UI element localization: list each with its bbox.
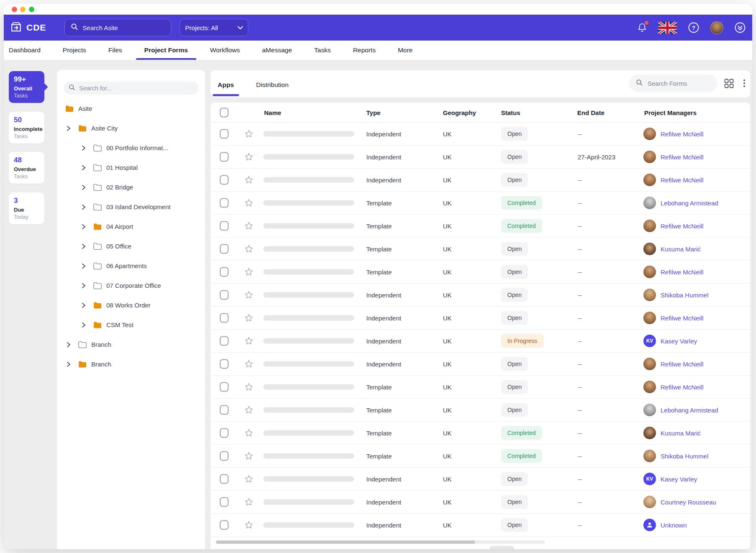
language-flag-button[interactable] bbox=[658, 22, 677, 34]
star-icon[interactable] bbox=[244, 497, 254, 507]
star-icon[interactable] bbox=[244, 221, 254, 231]
horizontal-scrollbar-track[interactable] bbox=[216, 540, 545, 544]
row-checkbox[interactable] bbox=[220, 313, 229, 323]
manager-link[interactable]: Unknown bbox=[661, 522, 687, 529]
row-checkbox[interactable] bbox=[220, 497, 229, 507]
tree-item-01-hospital[interactable]: 01 Hospital bbox=[57, 158, 205, 177]
tree-item-08-works-order[interactable]: 08 Works Order bbox=[57, 295, 205, 315]
manager-link[interactable]: Shikoba Hummel bbox=[661, 453, 708, 460]
tree-item-asite-city[interactable]: Asite City bbox=[57, 118, 205, 138]
grid-view-button[interactable] bbox=[724, 79, 734, 90]
star-icon[interactable] bbox=[244, 313, 254, 323]
nav-item-projects[interactable]: Projects bbox=[63, 41, 86, 60]
row-checkbox[interactable] bbox=[220, 382, 229, 392]
close-window-button[interactable] bbox=[12, 7, 17, 12]
chevron-right-icon[interactable] bbox=[81, 263, 87, 269]
chevron-right-icon[interactable] bbox=[81, 224, 87, 230]
star-icon[interactable] bbox=[244, 382, 254, 392]
minimize-window-button[interactable] bbox=[20, 7, 26, 12]
star-icon[interactable] bbox=[244, 175, 254, 185]
star-icon[interactable] bbox=[244, 244, 254, 254]
select-all-checkbox[interactable] bbox=[220, 108, 229, 117]
projects-filter-dropdown[interactable]: Projects: All bbox=[180, 19, 248, 36]
tree-item-csm-test[interactable]: CSM Test bbox=[57, 315, 205, 335]
chevron-right-icon[interactable] bbox=[81, 145, 87, 151]
row-checkbox[interactable] bbox=[220, 198, 229, 208]
row-checkbox[interactable] bbox=[220, 405, 229, 415]
tab-apps[interactable]: Apps bbox=[218, 81, 234, 97]
manager-link[interactable]: Refilwe McNeill bbox=[661, 131, 704, 138]
chevron-right-icon[interactable] bbox=[66, 342, 72, 348]
task-card-overall[interactable]: 99+OverallTasks bbox=[9, 71, 44, 103]
chevron-right-icon[interactable] bbox=[66, 361, 72, 367]
chevron-right-icon[interactable] bbox=[81, 184, 87, 190]
tree-search-input[interactable] bbox=[79, 85, 193, 92]
tree-item-05-office[interactable]: 05 Office bbox=[57, 236, 205, 256]
manager-link[interactable]: Kusuma Marić bbox=[661, 246, 701, 253]
user-avatar[interactable] bbox=[710, 21, 723, 34]
row-checkbox[interactable] bbox=[220, 474, 229, 484]
global-search-input[interactable] bbox=[82, 24, 165, 31]
chevron-right-icon[interactable] bbox=[66, 125, 72, 131]
row-checkbox[interactable] bbox=[220, 520, 229, 530]
maximize-window-button[interactable] bbox=[29, 7, 34, 12]
manager-link[interactable]: Refilwe McNeill bbox=[661, 269, 704, 276]
tree-item-06-apartments[interactable]: 06 Apartments bbox=[57, 256, 205, 276]
nav-item-reports[interactable]: Reports bbox=[353, 41, 375, 60]
nav-item-project-forms[interactable]: Project Forms bbox=[144, 41, 188, 60]
star-icon[interactable] bbox=[244, 290, 254, 300]
collapse-topbar-button[interactable] bbox=[734, 22, 746, 33]
help-button[interactable]: ? bbox=[688, 22, 699, 33]
pagination-control-cut[interactable] bbox=[490, 546, 514, 549]
row-checkbox[interactable] bbox=[220, 267, 229, 277]
star-icon[interactable] bbox=[244, 405, 254, 415]
manager-link[interactable]: Refilwe McNeill bbox=[661, 384, 704, 391]
manager-link[interactable]: Kasey Varley bbox=[661, 476, 697, 483]
tree-item-branch[interactable]: Branch bbox=[57, 335, 205, 354]
manager-link[interactable]: Refilwe McNeill bbox=[661, 177, 704, 184]
forms-search[interactable] bbox=[629, 74, 717, 92]
task-card-due[interactable]: 3DueToday bbox=[9, 192, 44, 224]
tree-item-00-portfolio-informat[interactable]: 00 Portfolio Informat... bbox=[57, 138, 205, 158]
task-card-incomplete[interactable]: 50IncompleteTasks bbox=[9, 112, 44, 143]
task-card-overdue[interactable]: 48OverdueTasks bbox=[9, 152, 44, 184]
row-checkbox[interactable] bbox=[220, 175, 229, 185]
manager-link[interactable]: Lebohang Armistead bbox=[661, 407, 718, 414]
row-checkbox[interactable] bbox=[220, 221, 229, 231]
tree-item-asite[interactable]: Asite bbox=[57, 99, 205, 118]
star-icon[interactable] bbox=[244, 359, 254, 369]
row-checkbox[interactable] bbox=[220, 129, 229, 139]
tree-item-03-island-development[interactable]: 03 Island Development bbox=[57, 197, 205, 217]
manager-link[interactable]: Lebohang Armistead bbox=[661, 200, 718, 207]
tab-distribution[interactable]: Distribution bbox=[256, 81, 289, 97]
star-icon[interactable] bbox=[244, 267, 254, 277]
nav-item-workflows[interactable]: Workflows bbox=[210, 41, 240, 60]
nav-item-amessage[interactable]: aMessage bbox=[262, 41, 292, 60]
manager-link[interactable]: Shikoba Hummel bbox=[661, 292, 708, 299]
global-search[interactable] bbox=[64, 19, 171, 36]
nav-item-files[interactable]: Files bbox=[108, 41, 122, 60]
star-icon[interactable] bbox=[244, 198, 254, 208]
more-options-button[interactable] bbox=[741, 79, 748, 88]
chevron-right-icon[interactable] bbox=[81, 165, 87, 171]
nav-item-more[interactable]: More bbox=[398, 41, 412, 60]
manager-link[interactable]: Courtney Rousseau bbox=[661, 499, 716, 506]
tree-item-07-corporate-office[interactable]: 07 Corporate Office bbox=[57, 276, 205, 295]
manager-link[interactable]: Refilwe McNeill bbox=[661, 223, 704, 230]
chevron-right-icon[interactable] bbox=[81, 243, 87, 249]
row-checkbox[interactable] bbox=[220, 244, 229, 254]
tree-item-04-airport[interactable]: 04 Airport bbox=[57, 217, 205, 236]
forms-search-input[interactable] bbox=[648, 80, 711, 87]
row-checkbox[interactable] bbox=[220, 152, 229, 162]
row-checkbox[interactable] bbox=[220, 359, 229, 369]
nav-item-dashboard[interactable]: Dashboard bbox=[9, 41, 41, 60]
manager-link[interactable]: Refilwe McNeill bbox=[661, 154, 704, 161]
chevron-right-icon[interactable] bbox=[81, 302, 87, 308]
nav-item-tasks[interactable]: Tasks bbox=[314, 41, 331, 60]
chevron-right-icon[interactable] bbox=[81, 283, 87, 289]
manager-link[interactable]: Refilwe McNeill bbox=[661, 315, 704, 322]
star-icon[interactable] bbox=[244, 129, 254, 139]
tree-item-02-bridge[interactable]: 02 Bridge bbox=[57, 177, 205, 197]
horizontal-scrollbar-thumb[interactable] bbox=[216, 540, 475, 544]
star-icon[interactable] bbox=[244, 336, 254, 346]
